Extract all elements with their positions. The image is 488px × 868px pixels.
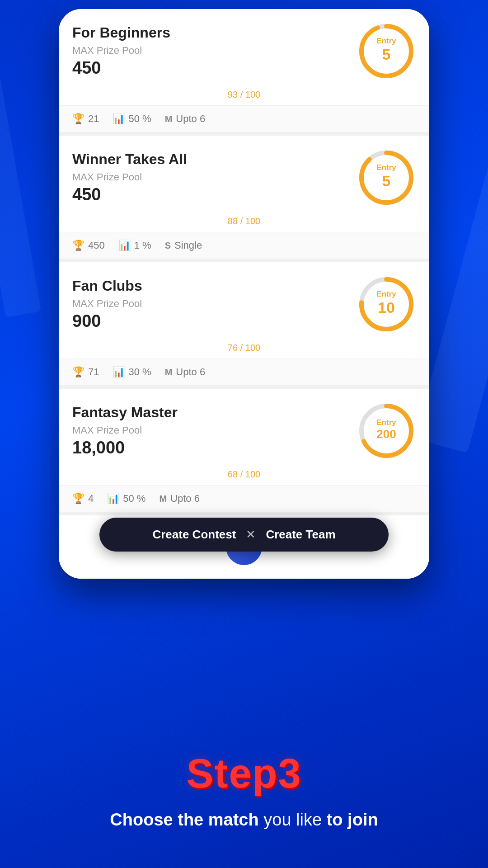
donut-fantasy: Entry 200 xyxy=(357,401,416,460)
stat-trophy-value: 21 xyxy=(88,113,99,125)
entry-label-fantasy: Entry xyxy=(376,418,396,427)
stat-trophy-value-w: 450 xyxy=(88,240,105,251)
contest-card-beginners[interactable]: For Beginners MAX Prize Pool 450 Entry 5 xyxy=(59,9,429,132)
entry-value-fantasy: 200 xyxy=(376,428,396,440)
contest-info-beginners: For Beginners MAX Prize Pool 450 xyxy=(72,24,348,78)
stat-trophy-winner: 🏆 450 xyxy=(72,240,105,251)
donut-beginners: Entry 5 xyxy=(357,22,416,80)
prize-value-fanclubs: 900 xyxy=(72,311,348,331)
multi-icon-f: M xyxy=(165,367,173,377)
donut-fanclubs: Entry 10 xyxy=(357,275,416,334)
stat-percent-value-f: 30 % xyxy=(128,366,151,378)
prize-label-fantasy: MAX Prize Pool xyxy=(72,425,348,436)
entry-value-winner: 5 xyxy=(376,173,396,189)
entry-value-fanclubs: 10 xyxy=(376,300,396,315)
stat-trophy-fanclubs: 🏆 71 xyxy=(72,366,99,378)
contest-info-fanclubs: Fan Clubs MAX Prize Pool 900 xyxy=(72,278,348,331)
stat-team-value-f: Upto 6 xyxy=(176,366,205,378)
entry-value-beginners: 5 xyxy=(376,47,396,62)
prize-value-beginners: 450 xyxy=(72,58,348,78)
stat-team-value: Upto 6 xyxy=(176,113,205,125)
fill-counter-beginners: 93 / 100 xyxy=(59,90,429,105)
prize-label-winner: MAX Prize Pool xyxy=(72,171,348,183)
step-desc-regular: you like xyxy=(259,810,327,829)
entry-label-beginners: Entry xyxy=(376,37,396,46)
prize-label-fanclubs: MAX Prize Pool xyxy=(72,298,348,310)
bottom-section: Step3 Choose the match you like to join xyxy=(0,488,488,868)
stat-team-winner: S Single xyxy=(165,240,202,251)
single-icon: S xyxy=(165,241,171,251)
chart-icon: 📊 xyxy=(113,113,125,125)
entry-label-fanclubs: Entry xyxy=(376,290,396,299)
stats-fanclubs: 🏆 71 📊 30 % M Upto 6 xyxy=(59,359,429,385)
stat-team-fanclubs: M Upto 6 xyxy=(165,366,206,378)
stat-percent-beginners: 📊 50 % xyxy=(113,113,151,125)
prize-label-beginners: MAX Prize Pool xyxy=(72,45,348,57)
stat-trophy-beginners: 🏆 21 xyxy=(72,113,99,125)
contest-title-fantasy: Fantasy Master xyxy=(72,404,348,421)
trophy-icon-w: 🏆 xyxy=(72,240,84,251)
fill-counter-fanclubs: 76 / 100 xyxy=(59,343,429,359)
contest-title-beginners: For Beginners xyxy=(72,24,348,41)
chart-icon-w: 📊 xyxy=(118,240,131,251)
stat-percent-value-w: 1 % xyxy=(134,240,151,251)
stat-percent-value: 50 % xyxy=(128,113,151,125)
fill-counter-fantasy: 68 / 100 xyxy=(59,469,429,485)
contest-title-fanclubs: Fan Clubs xyxy=(72,278,348,294)
prize-value-fantasy: 18,000 xyxy=(72,438,348,458)
chart-icon-f: 📊 xyxy=(113,366,125,378)
step-description: Choose the match you like to join xyxy=(83,808,405,832)
entry-label-winner: Entry xyxy=(376,163,396,172)
step-label: Step3 xyxy=(186,750,301,797)
contest-info-fantasy: Fantasy Master MAX Prize Pool 18,000 xyxy=(72,404,348,458)
stats-beginners: 🏆 21 📊 50 % M Upto 6 xyxy=(59,105,429,132)
contest-title-winner: Winner Takes All xyxy=(72,151,348,168)
trophy-icon: 🏆 xyxy=(72,113,84,125)
contest-card-winner[interactable]: Winner Takes All MAX Prize Pool 450 Entr… xyxy=(59,136,429,259)
stat-team-value-w: Single xyxy=(174,240,202,251)
donut-winner: Entry 5 xyxy=(357,148,416,207)
stat-team-beginners: M Upto 6 xyxy=(165,113,206,125)
step-desc-bold2: to join xyxy=(327,810,378,829)
stat-percent-fanclubs: 📊 30 % xyxy=(113,366,151,378)
contest-info-winner: Winner Takes All MAX Prize Pool 450 xyxy=(72,151,348,204)
fill-counter-winner: 88 / 100 xyxy=(59,216,429,232)
trophy-icon-f: 🏆 xyxy=(72,366,84,378)
multi-icon: M xyxy=(165,114,173,124)
prize-value-winner: 450 xyxy=(72,185,348,204)
step-desc-bold1: Choose the match xyxy=(110,810,258,829)
stats-winner: 🏆 450 📊 1 % S Single xyxy=(59,232,429,259)
contest-card-fanclubs[interactable]: Fan Clubs MAX Prize Pool 900 Entry 10 xyxy=(59,262,429,385)
stat-trophy-value-f: 71 xyxy=(88,366,99,378)
stat-percent-winner: 📊 1 % xyxy=(118,240,151,251)
